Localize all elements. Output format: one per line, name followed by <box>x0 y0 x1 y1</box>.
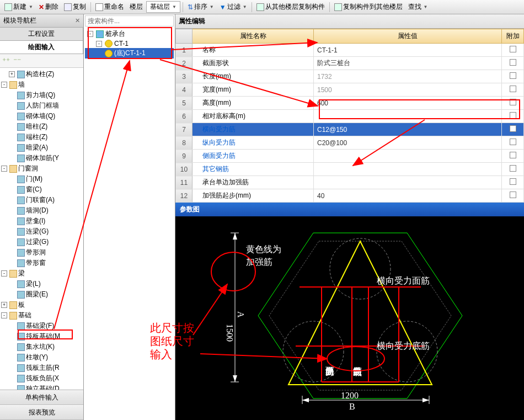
expander-icon[interactable]: - <box>1 166 7 172</box>
expander-icon[interactable]: - <box>1 270 7 277</box>
expander-icon[interactable] <box>9 92 15 98</box>
expander-icon[interactable] <box>9 197 15 203</box>
expander-icon[interactable] <box>9 218 15 224</box>
extra-checkbox[interactable] <box>510 178 516 185</box>
property-row[interactable]: 8纵向受力筋C20@100 <box>176 136 524 150</box>
property-row[interactable]: 6相对底标高(m) <box>176 110 524 123</box>
expander-icon[interactable] <box>9 344 15 350</box>
tree-item[interactable]: 过梁(G) <box>0 237 83 247</box>
tree-item[interactable]: 窗(C) <box>0 184 83 195</box>
expander-icon[interactable] <box>9 386 15 390</box>
tree-item[interactable]: -梁 <box>0 268 83 279</box>
tree-item[interactable]: 连梁(G) <box>0 226 83 237</box>
extra-checkbox[interactable] <box>510 139 516 145</box>
tree-item[interactable]: 基础梁(F) <box>0 321 83 331</box>
expander-icon[interactable] <box>9 145 15 151</box>
tree-item[interactable]: 门(M) <box>0 174 83 184</box>
expander-icon[interactable] <box>9 187 15 193</box>
prop-value[interactable] <box>314 176 502 189</box>
prop-extra[interactable] <box>502 136 524 150</box>
extra-checkbox[interactable] <box>510 46 516 52</box>
expander-icon[interactable] <box>9 260 15 266</box>
tree-item[interactable]: +构造柱(Z) <box>0 69 83 79</box>
tab-project-settings[interactable]: 工程设置 <box>0 28 83 40</box>
extra-checkbox[interactable] <box>510 125 516 132</box>
prop-extra[interactable] <box>502 110 524 123</box>
expander-icon[interactable] <box>9 354 15 360</box>
extra-checkbox[interactable] <box>510 72 516 79</box>
property-row[interactable]: 12加强筋起步(mm)40 <box>176 189 524 203</box>
copy-from-button[interactable]: 从其他楼层复制构件 <box>254 1 327 13</box>
prop-value[interactable]: 阶式三桩台 <box>314 57 502 70</box>
tree-item[interactable]: 筏板基础(M <box>0 331 83 342</box>
property-row[interactable]: 1名称CT-1-1 <box>176 44 524 57</box>
expander-icon[interactable] <box>9 155 15 161</box>
tree-item[interactable]: 门联窗(A) <box>0 195 83 205</box>
delete-button[interactable]: ✕删除 <box>36 1 61 13</box>
sort-button[interactable]: ⇅排序▼ <box>185 1 216 13</box>
prop-value[interactable] <box>314 150 502 163</box>
prop-value[interactable]: 600 <box>314 97 502 110</box>
expander-icon[interactable] <box>9 323 15 329</box>
search-input[interactable] <box>85 15 174 26</box>
expander-icon[interactable] <box>9 375 15 381</box>
tree-item[interactable]: 梁(L) <box>0 279 83 289</box>
tree-item[interactable]: 墙洞(D) <box>0 205 83 216</box>
expander-icon[interactable] <box>9 239 15 245</box>
expand-all-icon[interactable]: ⁺⁺ <box>2 56 10 65</box>
floor-select[interactable]: 基础层▼ <box>146 1 180 13</box>
expander-icon[interactable] <box>9 208 15 214</box>
tree-item[interactable]: 圈梁(E) <box>0 289 83 300</box>
component-tree[interactable]: +构造柱(Z)-墙剪力墙(Q)人防门框墙砌体墙(Q)暗柱(Z)端柱(Z)暗梁(A… <box>0 68 83 390</box>
prop-extra[interactable] <box>502 97 524 110</box>
tree-item[interactable]: 砌体加筋(Y <box>0 153 83 163</box>
property-row[interactable]: 3长度(mm)1732 <box>176 70 524 83</box>
tree-item[interactable]: 人防门框墙 <box>0 100 83 111</box>
tree-item[interactable]: 筏板负筋(X <box>0 373 83 384</box>
tree-item[interactable]: 带形洞 <box>0 247 83 258</box>
prop-extra[interactable] <box>502 150 524 163</box>
expander-icon[interactable] <box>9 124 15 130</box>
expander-icon[interactable] <box>9 103 15 109</box>
prop-extra[interactable] <box>502 57 524 70</box>
prop-value[interactable]: C12@150 <box>314 123 502 136</box>
copy-button[interactable]: 复制 <box>62 1 88 13</box>
expander-icon[interactable]: - <box>1 82 7 88</box>
property-row[interactable]: 10其它钢筋 <box>176 163 524 176</box>
rename-button[interactable]: 重命名 <box>93 1 126 13</box>
instance-tree-item[interactable]: -CT-1 <box>85 39 174 48</box>
prop-value[interactable]: 1732 <box>314 70 502 83</box>
tree-item[interactable]: -墙 <box>0 79 83 90</box>
prop-extra[interactable] <box>502 44 524 57</box>
report-preview-button[interactable]: 报表预览 <box>0 405 83 420</box>
copy-to-button[interactable]: 复制构件到其他楼层 <box>332 1 405 13</box>
property-row[interactable]: 9侧面受力筋 <box>176 150 524 163</box>
extra-checkbox[interactable] <box>510 86 516 92</box>
tab-draw-input[interactable]: 绘图输入 <box>0 41 83 54</box>
extra-checkbox[interactable] <box>510 59 516 66</box>
prop-value[interactable]: 40 <box>314 189 502 203</box>
tree-item[interactable]: 集水坑(K) <box>0 342 83 352</box>
tree-item[interactable]: 端柱(Z) <box>0 132 83 142</box>
find-button[interactable]: 查找▼ <box>406 1 430 13</box>
left-panel-close-icon[interactable]: ✕ <box>75 17 80 24</box>
expander-icon[interactable] <box>9 176 15 182</box>
property-row[interactable]: 2截面形状阶式三桩台 <box>176 57 524 70</box>
prop-extra[interactable] <box>502 163 524 176</box>
tree-item[interactable]: 暗梁(A) <box>0 142 83 153</box>
tree-item[interactable]: 筏板主筋(R <box>0 363 83 373</box>
tree-item[interactable]: 柱墩(Y) <box>0 352 83 363</box>
extra-checkbox[interactable] <box>510 152 516 158</box>
tree-item[interactable]: 带形窗 <box>0 258 83 268</box>
extra-checkbox[interactable] <box>510 99 516 105</box>
tree-item[interactable]: 壁龛(I) <box>0 216 83 226</box>
prop-extra[interactable] <box>502 123 524 136</box>
property-row[interactable]: 5高度(mm)600 <box>176 97 524 110</box>
tree-item[interactable]: +板 <box>0 300 83 310</box>
expander-icon[interactable]: + <box>9 71 15 77</box>
property-row[interactable]: 11承台单边加强筋 <box>176 176 524 189</box>
property-row[interactable]: 7横向受力筋C12@150 <box>176 123 524 136</box>
expander-icon[interactable] <box>9 365 15 371</box>
property-row[interactable]: 4宽度(mm)1500 <box>176 83 524 97</box>
tree-item[interactable]: -门窗洞 <box>0 163 83 174</box>
